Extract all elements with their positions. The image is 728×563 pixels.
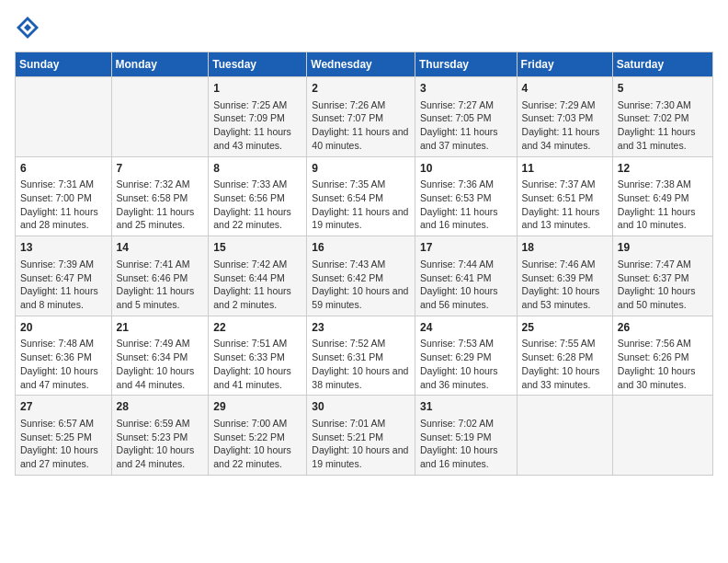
calendar-week-1: 6Sunrise: 7:31 AMSunset: 7:00 PMDaylight…	[16, 156, 713, 236]
day-details: Sunrise: 7:46 AMSunset: 6:39 PMDaylight:…	[522, 258, 608, 312]
calendar-cell: 21Sunrise: 7:49 AMSunset: 6:34 PMDayligh…	[111, 316, 209, 396]
day-number: 26	[618, 320, 708, 336]
calendar-cell: 28Sunrise: 6:59 AMSunset: 5:23 PMDayligh…	[111, 396, 209, 476]
calendar-table: SundayMondayTuesdayWednesdayThursdayFrid…	[15, 52, 713, 476]
calendar-cell: 16Sunrise: 7:43 AMSunset: 6:42 PMDayligh…	[307, 236, 415, 316]
calendar-cell: 9Sunrise: 7:35 AMSunset: 6:54 PMDaylight…	[307, 156, 415, 236]
day-details: Sunrise: 7:29 AMSunset: 7:03 PMDaylight:…	[522, 98, 608, 153]
calendar-cell: 4Sunrise: 7:29 AMSunset: 7:03 PMDaylight…	[517, 77, 612, 157]
page-header	[15, 15, 713, 40]
calendar-cell: 25Sunrise: 7:55 AMSunset: 6:28 PMDayligh…	[517, 316, 612, 396]
day-details: Sunrise: 7:47 AMSunset: 6:37 PMDaylight:…	[618, 258, 708, 312]
calendar-cell: 8Sunrise: 7:33 AMSunset: 6:56 PMDaylight…	[209, 156, 307, 236]
day-number: 17	[420, 240, 512, 256]
day-details: Sunrise: 7:38 AMSunset: 6:49 PMDaylight:…	[618, 178, 708, 232]
day-number: 31	[420, 399, 512, 415]
day-details: Sunrise: 7:01 AMSunset: 5:21 PMDaylight:…	[312, 417, 410, 471]
day-details: Sunrise: 7:36 AMSunset: 6:53 PMDaylight:…	[420, 178, 512, 232]
day-details: Sunrise: 7:49 AMSunset: 6:34 PMDaylight:…	[117, 337, 204, 391]
calendar-cell: 14Sunrise: 7:41 AMSunset: 6:46 PMDayligh…	[111, 236, 209, 316]
day-details: Sunrise: 7:41 AMSunset: 6:46 PMDaylight:…	[117, 258, 204, 312]
day-number: 6	[20, 161, 107, 177]
calendar-cell: 6Sunrise: 7:31 AMSunset: 7:00 PMDaylight…	[16, 156, 112, 236]
day-number: 20	[20, 320, 107, 336]
calendar-cell	[16, 77, 112, 157]
calendar-week-3: 20Sunrise: 7:48 AMSunset: 6:36 PMDayligh…	[16, 316, 713, 396]
day-number: 10	[420, 161, 512, 177]
day-number: 23	[312, 320, 410, 336]
calendar-cell: 7Sunrise: 7:32 AMSunset: 6:58 PMDaylight…	[111, 156, 209, 236]
calendar-cell: 22Sunrise: 7:51 AMSunset: 6:33 PMDayligh…	[209, 316, 307, 396]
day-number: 19	[618, 240, 708, 256]
calendar-cell: 15Sunrise: 7:42 AMSunset: 6:44 PMDayligh…	[209, 236, 307, 316]
calendar-cell: 30Sunrise: 7:01 AMSunset: 5:21 PMDayligh…	[307, 396, 415, 476]
day-number: 8	[213, 161, 301, 177]
day-number: 3	[420, 81, 512, 97]
day-number: 29	[213, 399, 301, 415]
day-number: 4	[522, 81, 608, 97]
calendar-cell: 20Sunrise: 7:48 AMSunset: 6:36 PMDayligh…	[16, 316, 112, 396]
header-tuesday: Tuesday	[209, 52, 307, 77]
calendar-cell: 10Sunrise: 7:36 AMSunset: 6:53 PMDayligh…	[415, 156, 517, 236]
day-number: 16	[312, 240, 410, 256]
header-thursday: Thursday	[415, 52, 517, 77]
calendar-week-0: 1Sunrise: 7:25 AMSunset: 7:09 PMDaylight…	[16, 77, 713, 157]
day-details: Sunrise: 6:59 AMSunset: 5:23 PMDaylight:…	[117, 417, 204, 471]
calendar-cell: 23Sunrise: 7:52 AMSunset: 6:31 PMDayligh…	[307, 316, 415, 396]
day-details: Sunrise: 7:25 AMSunset: 7:09 PMDaylight:…	[213, 98, 301, 153]
header-monday: Monday	[111, 52, 209, 77]
calendar-cell: 29Sunrise: 7:00 AMSunset: 5:22 PMDayligh…	[209, 396, 307, 476]
calendar-cell: 31Sunrise: 7:02 AMSunset: 5:19 PMDayligh…	[415, 396, 517, 476]
calendar-week-4: 27Sunrise: 6:57 AMSunset: 5:25 PMDayligh…	[16, 396, 713, 476]
day-details: Sunrise: 7:33 AMSunset: 6:56 PMDaylight:…	[213, 178, 301, 232]
day-details: Sunrise: 7:39 AMSunset: 6:47 PMDaylight:…	[20, 258, 107, 312]
calendar-cell: 27Sunrise: 6:57 AMSunset: 5:25 PMDayligh…	[16, 396, 112, 476]
day-details: Sunrise: 7:43 AMSunset: 6:42 PMDaylight:…	[312, 258, 410, 312]
day-details: Sunrise: 7:44 AMSunset: 6:41 PMDaylight:…	[420, 258, 512, 312]
day-details: Sunrise: 7:32 AMSunset: 6:58 PMDaylight:…	[117, 178, 204, 232]
calendar-week-2: 13Sunrise: 7:39 AMSunset: 6:47 PMDayligh…	[16, 236, 713, 316]
day-details: Sunrise: 7:30 AMSunset: 7:02 PMDaylight:…	[618, 98, 708, 153]
day-number: 22	[213, 320, 301, 336]
day-details: Sunrise: 7:53 AMSunset: 6:29 PMDaylight:…	[420, 337, 512, 391]
day-details: Sunrise: 7:42 AMSunset: 6:44 PMDaylight:…	[213, 258, 301, 312]
day-number: 27	[20, 399, 107, 415]
day-number: 14	[117, 240, 204, 256]
calendar-cell: 12Sunrise: 7:38 AMSunset: 6:49 PMDayligh…	[612, 156, 712, 236]
calendar-cell: 18Sunrise: 7:46 AMSunset: 6:39 PMDayligh…	[517, 236, 612, 316]
calendar-cell: 19Sunrise: 7:47 AMSunset: 6:37 PMDayligh…	[612, 236, 712, 316]
day-number: 1	[213, 81, 301, 97]
day-number: 24	[420, 320, 512, 336]
day-details: Sunrise: 7:52 AMSunset: 6:31 PMDaylight:…	[312, 337, 410, 391]
day-number: 12	[618, 161, 708, 177]
day-number: 9	[312, 161, 410, 177]
calendar-cell	[612, 396, 712, 476]
calendar-cell: 24Sunrise: 7:53 AMSunset: 6:29 PMDayligh…	[415, 316, 517, 396]
logo-icon	[15, 15, 40, 40]
day-number: 28	[117, 399, 204, 415]
day-number: 15	[213, 240, 301, 256]
day-details: Sunrise: 7:55 AMSunset: 6:28 PMDaylight:…	[522, 337, 608, 391]
day-number: 30	[312, 399, 410, 415]
header-sunday: Sunday	[16, 52, 112, 77]
calendar-cell: 17Sunrise: 7:44 AMSunset: 6:41 PMDayligh…	[415, 236, 517, 316]
header-friday: Friday	[517, 52, 612, 77]
calendar-cell: 1Sunrise: 7:25 AMSunset: 7:09 PMDaylight…	[209, 77, 307, 157]
day-details: Sunrise: 7:00 AMSunset: 5:22 PMDaylight:…	[213, 417, 301, 471]
day-details: Sunrise: 7:56 AMSunset: 6:26 PMDaylight:…	[618, 337, 708, 391]
day-details: Sunrise: 7:27 AMSunset: 7:05 PMDaylight:…	[420, 98, 512, 153]
day-details: Sunrise: 7:51 AMSunset: 6:33 PMDaylight:…	[213, 337, 301, 391]
calendar-cell: 13Sunrise: 7:39 AMSunset: 6:47 PMDayligh…	[16, 236, 112, 316]
day-number: 21	[117, 320, 204, 336]
day-number: 25	[522, 320, 608, 336]
day-details: Sunrise: 7:48 AMSunset: 6:36 PMDaylight:…	[20, 337, 107, 391]
calendar-cell: 5Sunrise: 7:30 AMSunset: 7:02 PMDaylight…	[612, 77, 712, 157]
day-number: 7	[117, 161, 204, 177]
day-details: Sunrise: 7:35 AMSunset: 6:54 PMDaylight:…	[312, 178, 410, 232]
day-details: Sunrise: 7:31 AMSunset: 7:00 PMDaylight:…	[20, 178, 107, 232]
day-number: 5	[618, 81, 708, 97]
header-saturday: Saturday	[612, 52, 712, 77]
day-number: 13	[20, 240, 107, 256]
calendar-header-row: SundayMondayTuesdayWednesdayThursdayFrid…	[16, 52, 713, 77]
day-details: Sunrise: 6:57 AMSunset: 5:25 PMDaylight:…	[20, 417, 107, 471]
